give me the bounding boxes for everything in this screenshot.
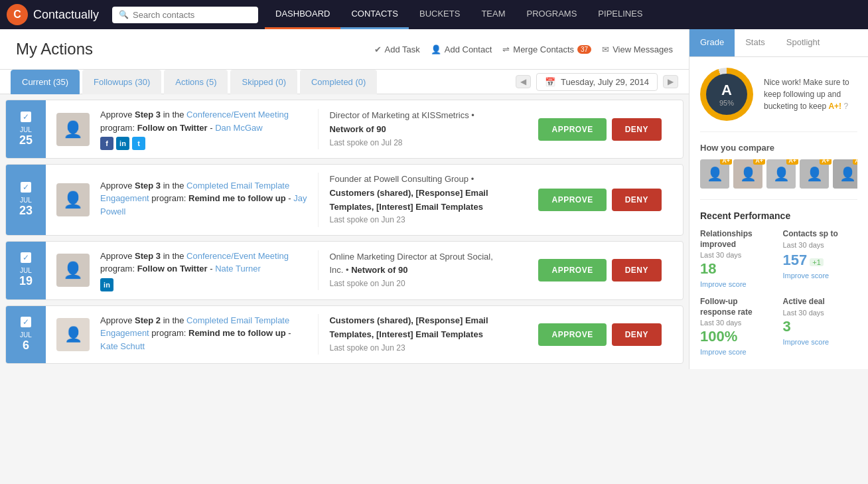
contact-link[interactable]: Nate Turner bbox=[215, 264, 261, 274]
grade-letter: A bbox=[721, 82, 732, 99]
search-icon: 🔍 bbox=[119, 10, 129, 19]
perf-change: +1 bbox=[810, 258, 824, 266]
help-icon[interactable]: ? bbox=[843, 102, 848, 111]
action-text: Approve Step 3 in the Conference/Event M… bbox=[100, 250, 307, 291]
perf-item-contacts-spoke: Contacts sp to Last 30 days 157 +1 Impro… bbox=[783, 229, 858, 289]
improve-score-link[interactable]: Improve score bbox=[700, 348, 747, 356]
contact-avatar: 👤 bbox=[56, 254, 90, 287]
approve-button[interactable]: APPROVE bbox=[538, 259, 606, 282]
nav-item-contacts[interactable]: CONTACTS bbox=[340, 0, 409, 29]
mail-icon: ✉ bbox=[602, 44, 609, 54]
last-spoke: Last spoke on Jun 20 bbox=[329, 278, 506, 290]
search-input[interactable] bbox=[133, 10, 252, 20]
page-title: My Actions bbox=[16, 40, 374, 58]
perf-number: 100% bbox=[700, 329, 775, 344]
date-badge: Jul 23 bbox=[6, 165, 46, 235]
compare-badge: A+ bbox=[720, 159, 732, 165]
contact-avatar: 👤 bbox=[56, 113, 90, 146]
twitter-icon[interactable]: t bbox=[132, 137, 145, 150]
tab-current[interactable]: Current (35) bbox=[11, 70, 80, 94]
linkedin-icon[interactable]: in bbox=[100, 278, 113, 291]
grade-inner: A 95% bbox=[706, 74, 747, 115]
perf-item-active-deals: Active deal Last 30 days 3 Improve score bbox=[783, 297, 858, 357]
calendar-icon: 📅 bbox=[545, 77, 555, 87]
logo-text: Contactually bbox=[33, 8, 99, 22]
perf-item-title: Active deal bbox=[783, 297, 858, 307]
grade-percent: 95% bbox=[719, 99, 734, 107]
program-link[interactable]: Conference/Event Meeting bbox=[186, 110, 289, 120]
date-badge: Jul 25 bbox=[6, 100, 46, 158]
sidebar-tabs: Grade Stats Spotlight bbox=[689, 29, 868, 57]
perf-period: Last 30 days bbox=[783, 241, 858, 249]
add-contact-button[interactable]: 👤 Add Contact bbox=[431, 44, 492, 54]
approve-button[interactable]: APPROVE bbox=[538, 118, 606, 141]
action-checkbox[interactable] bbox=[21, 317, 31, 327]
social-icons: f in t bbox=[100, 137, 307, 150]
contact-info: Founder at Powell Consulting Group • Cus… bbox=[318, 173, 517, 227]
action-month: Jul bbox=[20, 197, 32, 204]
date-badge: Jul 19 bbox=[6, 242, 46, 299]
contact-avatar: 👤 bbox=[56, 183, 90, 216]
main-container: My Actions ✔ Add Task 👤 Add Contact ⇌ Me… bbox=[0, 29, 868, 369]
deny-button[interactable]: DENY bbox=[612, 259, 662, 282]
compare-badge: A+ bbox=[786, 159, 798, 165]
nav-item-team[interactable]: TEAM bbox=[470, 0, 516, 29]
action-text: Approve Step 3 in the Conference/Event M… bbox=[100, 108, 307, 150]
recent-perf-title: Recent Performance bbox=[700, 210, 857, 221]
improve-score-link[interactable]: Improve score bbox=[700, 280, 747, 288]
deny-button[interactable]: DENY bbox=[612, 118, 662, 141]
deny-button[interactable]: DENY bbox=[612, 323, 662, 346]
merge-contacts-button[interactable]: ⇌ Merge Contacts 37 bbox=[502, 44, 591, 54]
search-box[interactable]: 🔍 bbox=[112, 7, 258, 23]
perf-period: Last 30 days bbox=[700, 319, 775, 327]
tab-actions[interactable]: Actions (5) bbox=[164, 70, 228, 94]
tab-followups[interactable]: Followups (30) bbox=[82, 70, 161, 94]
perf-item-title: Contacts sp to bbox=[783, 229, 858, 240]
add-task-button[interactable]: ✔ Add Task bbox=[374, 44, 420, 54]
date-badge: Jul 6 bbox=[6, 306, 46, 364]
view-messages-button[interactable]: ✉ View Messages bbox=[602, 44, 673, 54]
compare-badge: A+ bbox=[753, 159, 765, 165]
nav-item-pipelines[interactable]: PIPELINES bbox=[587, 0, 653, 29]
sidebar-tab-spotlight[interactable]: Spotlight bbox=[776, 29, 831, 56]
last-spoke: Last spoke on Jun 23 bbox=[329, 214, 506, 226]
linkedin-icon[interactable]: in bbox=[116, 137, 129, 150]
deny-button[interactable]: DENY bbox=[612, 189, 662, 211]
page-header: My Actions ✔ Add Task 👤 Add Contact ⇌ Me… bbox=[0, 29, 689, 70]
nav-item-dashboard[interactable]: DASHBOARD bbox=[265, 0, 340, 29]
improve-score-link[interactable]: Improve score bbox=[783, 272, 830, 280]
action-buttons: APPROVE DENY bbox=[528, 118, 672, 141]
action-checkbox[interactable] bbox=[21, 182, 31, 193]
last-spoke: Last spoke on Jun 23 bbox=[329, 342, 506, 355]
improve-score-link[interactable]: Improve score bbox=[783, 338, 830, 346]
action-checkbox[interactable] bbox=[21, 112, 31, 122]
facebook-icon[interactable]: f bbox=[100, 137, 113, 150]
contact-link[interactable]: Dan McGaw bbox=[215, 123, 263, 133]
approve-button[interactable]: APPROVE bbox=[538, 323, 606, 346]
approve-button[interactable]: APPROVE bbox=[538, 189, 606, 211]
compare-avatar: 👤 A+ bbox=[766, 159, 796, 189]
perf-item-title: Relationships improved bbox=[700, 229, 775, 250]
contact-info: Director of Marketing at KISSmetrics • N… bbox=[318, 109, 517, 149]
sidebar-tab-grade[interactable]: Grade bbox=[689, 29, 735, 56]
compare-avatar: 👤 A+ bbox=[733, 159, 762, 189]
nav-item-programs[interactable]: PROGRAMS bbox=[516, 0, 588, 29]
program-link[interactable]: Conference/Event Meeting bbox=[186, 251, 289, 261]
date-prev-button[interactable]: ◀ bbox=[516, 75, 531, 88]
sidebar-tab-stats[interactable]: Stats bbox=[735, 29, 776, 56]
action-checkbox[interactable] bbox=[21, 252, 31, 263]
action-item: Jul 6 👤 Approve Step 2 in the Completed … bbox=[5, 305, 684, 364]
nav-item-buckets[interactable]: BUCKETS bbox=[409, 0, 470, 29]
action-text: Approve Step 3 in the Completed Email Te… bbox=[100, 179, 307, 221]
contact-link[interactable]: Kate Schutt bbox=[100, 341, 145, 351]
grade-section: A 95% Nice work! Make sure to keep follo… bbox=[689, 57, 868, 131]
action-buttons: APPROVE DENY bbox=[528, 189, 672, 211]
logo[interactable]: C Contactually bbox=[7, 4, 99, 25]
date-display: 📅 Tuesday, July 29, 2014 bbox=[536, 73, 658, 91]
date-next-button[interactable]: ▶ bbox=[663, 75, 678, 88]
last-spoke: Last spoke on Jul 28 bbox=[329, 137, 506, 149]
compare-avatars: 👤 A+ 👤 A+ 👤 A+ 👤 A+ 👤 A+ bbox=[700, 159, 857, 189]
tab-skipped[interactable]: Skipped (0) bbox=[230, 70, 297, 94]
tab-completed[interactable]: Completed (0) bbox=[300, 70, 377, 94]
action-content: 👤 Approve Step 3 in the Conference/Event… bbox=[46, 100, 683, 158]
